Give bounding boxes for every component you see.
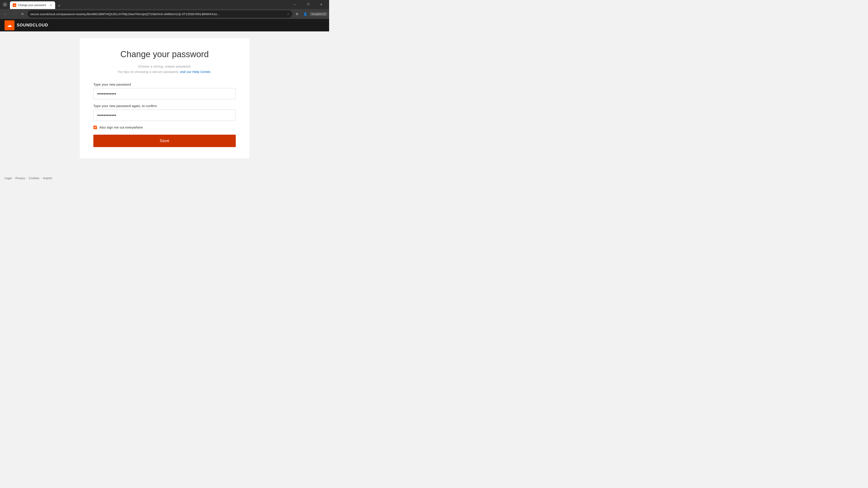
soundcloud-favicon-icon: ☁ (13, 4, 16, 6)
footer-imprint-link[interactable]: Imprint (43, 176, 52, 180)
subtitle-line2: For tips on choosing a secure password, (118, 70, 179, 74)
address-bar[interactable]: secure.soundcloud.com/password-reset/eyJ… (28, 10, 292, 18)
form-card: Change your password Choose a strong, un… (80, 38, 249, 158)
signout-checkbox-label[interactable]: Also sign me out everywhere (99, 125, 143, 129)
new-password-label: Type your new password (93, 83, 236, 86)
close-button[interactable]: ✕ (316, 1, 327, 8)
soundcloud-logo-icon: ☁ (4, 20, 14, 30)
browser-chrome: ⌄ ☁ Change your password ✕ + — ❐ ✕ ← → ↻… (0, 0, 329, 19)
address-icons: ☆ (287, 12, 289, 16)
toolbar-extras: ⚙ 👤 Incognito (2) (293, 10, 327, 18)
page-title: Change your password (93, 50, 236, 59)
bookmark-icon[interactable]: ☆ (287, 12, 289, 16)
confirm-password-input[interactable] (93, 109, 236, 121)
signout-checkbox[interactable] (93, 126, 97, 129)
footer-sep-1: - (13, 176, 14, 180)
active-tab[interactable]: ☁ Change your password ✕ (10, 1, 55, 9)
maximize-button[interactable]: ❐ (303, 1, 313, 8)
page-subtitle: Choose a strong, unique password. For ti… (93, 64, 236, 74)
footer-legal-link[interactable]: Legal (4, 176, 12, 180)
address-text: secure.soundcloud.com/password-reset/eyJ… (30, 12, 285, 16)
tab-navigation: ⌄ (2, 2, 8, 7)
signout-checkbox-row: Also sign me out everywhere (93, 125, 236, 129)
page-footer: Legal - Privacy - Cookies - Imprint (0, 172, 329, 184)
save-button[interactable]: Save (93, 135, 236, 147)
footer-sep-3: - (41, 176, 41, 180)
incognito-badge: Incognito (2) (310, 12, 327, 16)
help-center-link[interactable]: visit our Help Center. (180, 70, 211, 74)
window-controls: — ❐ ✕ (290, 1, 327, 8)
tab-title: Change your password (18, 4, 47, 7)
back-button[interactable]: ← (2, 10, 9, 18)
browser-titlebar: ⌄ ☁ Change your password ✕ + — ❐ ✕ (0, 0, 329, 9)
footer-cookies-link[interactable]: Cookies (29, 176, 39, 180)
subtitle-line1: Choose a strong, unique password. (138, 64, 191, 68)
tab-strip: ☁ Change your password ✕ + (10, 0, 62, 9)
footer-privacy-link[interactable]: Privacy (16, 176, 25, 180)
refresh-button[interactable]: ↻ (19, 10, 26, 18)
footer-sep-2: - (26, 176, 27, 180)
browser-toolbar: ← → ↻ secure.soundcloud.com/password-res… (0, 9, 329, 19)
page-content: ☁ SOUNDCLOUD Change your password Choose… (0, 19, 329, 184)
profile-button[interactable]: 👤 (302, 10, 309, 18)
soundcloud-header: ☁ SOUNDCLOUD (0, 19, 329, 31)
soundcloud-logo: ☁ SOUNDCLOUD (4, 20, 48, 30)
cloud-icon: ☁ (7, 22, 12, 28)
confirm-password-label: Type your new password again, to confirm (93, 104, 236, 108)
forward-button[interactable]: → (10, 10, 18, 18)
main-area: Change your password Choose a strong, un… (0, 31, 329, 184)
soundcloud-logo-text: SOUNDCLOUD (17, 23, 48, 28)
minimize-button[interactable]: — (290, 1, 300, 8)
new-tab-button[interactable]: + (56, 3, 62, 9)
tab-favicon: ☁ (13, 3, 16, 7)
tab-close-button[interactable]: ✕ (49, 3, 53, 7)
extensions-button[interactable]: ⚙ (293, 10, 301, 18)
footer-links: Legal - Privacy - Cookies - Imprint (4, 176, 52, 180)
new-password-input[interactable] (93, 88, 236, 99)
tab-list-button[interactable]: ⌄ (3, 2, 7, 7)
